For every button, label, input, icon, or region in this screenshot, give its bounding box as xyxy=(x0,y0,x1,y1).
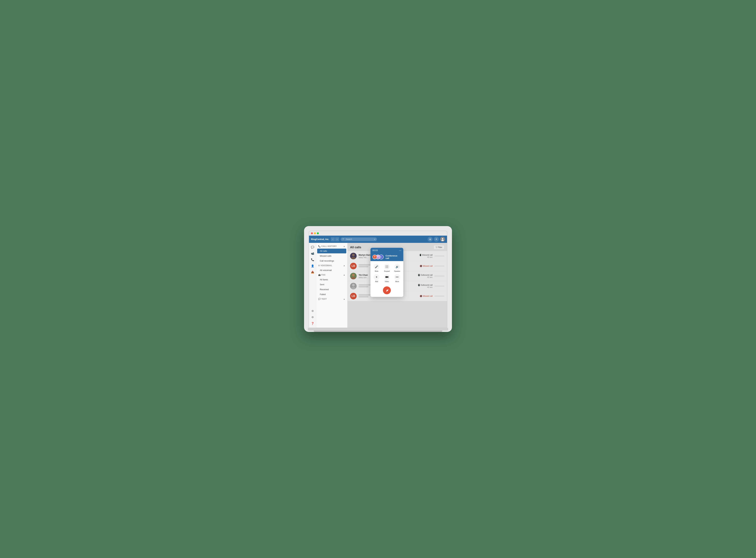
top-bar: RingCentral, Inc. ‹ › 🔍 ✕ ⊞ + xyxy=(309,236,447,243)
sidebar-item-settings[interactable]: ⚙ xyxy=(310,314,315,320)
svg-marker-22 xyxy=(387,276,388,278)
end-call-button[interactable] xyxy=(383,286,391,294)
more-label: More xyxy=(395,281,399,282)
close-button[interactable] xyxy=(311,232,313,234)
add-button[interactable]: + xyxy=(434,237,439,242)
svg-rect-21 xyxy=(385,276,387,278)
svg-point-12 xyxy=(385,265,386,266)
svg-point-8 xyxy=(374,255,376,257)
sidebar-item-missed-calls[interactable]: Missed calls xyxy=(317,254,346,258)
text-icon: 💬 xyxy=(318,298,321,300)
nav-buttons: ‹ › xyxy=(331,237,339,241)
end-call-icon xyxy=(385,288,389,293)
conference-controls: 🎤 Mute xyxy=(371,261,403,285)
keypad-button[interactable]: Keypad xyxy=(383,264,391,272)
apps-button[interactable]: ⊞ xyxy=(428,237,433,242)
end-call-section xyxy=(371,285,403,297)
sidebar-item-video[interactable]: 📹 xyxy=(310,251,315,256)
voicemail-label: VOICEMAIL xyxy=(321,264,332,267)
conference-title: Conference call xyxy=(385,255,401,259)
conference-call-info: KK Conference call xyxy=(371,253,403,261)
call-history-label: CALL HISTORY xyxy=(322,245,337,248)
svg-point-1 xyxy=(442,240,444,241)
search-input[interactable] xyxy=(346,238,373,240)
svg-point-17 xyxy=(387,267,388,267)
svg-point-10 xyxy=(377,255,379,257)
icon-bar: 💬 📹 📞 👤 📥 ⚙ ⚙ ❓ xyxy=(309,243,316,328)
user-avatar[interactable] xyxy=(440,237,445,242)
video-button[interactable]: Video xyxy=(383,274,391,282)
video-icon xyxy=(384,274,390,280)
app-title: RingCentral, Inc. xyxy=(311,238,329,240)
avatar xyxy=(372,255,377,259)
speaker-button[interactable]: 🔊 Speaker xyxy=(393,264,401,272)
phone-icon: 📞 xyxy=(318,245,321,248)
add-icon: + xyxy=(374,274,379,280)
speaker-label: Speaker xyxy=(394,270,400,272)
fax-chevron: ▲ xyxy=(343,274,345,276)
main-content: 💬 📹 📞 👤 📥 ⚙ ⚙ ❓ 📞 CALL HISTORY xyxy=(309,243,447,328)
sidebar-item-failed[interactable]: Failed xyxy=(317,292,346,297)
fax-label: FAX xyxy=(322,274,326,276)
mute-label: Mute xyxy=(375,270,378,272)
top-bar-actions: ⊞ + xyxy=(428,237,445,242)
svg-point-16 xyxy=(386,267,387,267)
mute-button[interactable]: 🎤 Mute xyxy=(372,264,381,272)
sidebar-item-received[interactable]: Received xyxy=(317,287,346,292)
search-icon: 🔍 xyxy=(342,238,345,240)
sidebar-item-all-faxes[interactable]: All faxes xyxy=(317,277,346,282)
mute-icon: 🎤 xyxy=(374,264,379,270)
text-section[interactable]: 💬 TEXT ▲ xyxy=(316,297,347,301)
sidebar-item-chat[interactable]: 💬 xyxy=(310,245,315,250)
sidebar: 📞 CALL HISTORY ▲ All calls Missed calls … xyxy=(316,243,348,328)
conference-popup: 00:03 — xyxy=(371,248,403,297)
svg-point-18 xyxy=(385,268,386,268)
conference-timer: 00:03 xyxy=(372,249,378,252)
fullscreen-button[interactable] xyxy=(317,232,319,234)
svg-point-9 xyxy=(373,257,376,259)
conference-avatars: KK xyxy=(372,255,382,259)
call-history-section[interactable]: 📞 CALL HISTORY ▲ xyxy=(316,244,347,249)
conference-header: 00:03 — xyxy=(371,248,403,253)
call-history-chevron: ▲ xyxy=(343,245,345,248)
voicemail-icon: ⊙ xyxy=(318,264,320,267)
sidebar-item-phone[interactable]: 📞 xyxy=(310,257,315,262)
svg-point-20 xyxy=(387,268,388,268)
more-button[interactable]: ••• More xyxy=(393,274,401,282)
keypad-icon xyxy=(384,264,390,270)
sidebar-item-inbox[interactable]: 📥 xyxy=(310,270,315,275)
title-bar xyxy=(309,231,447,236)
back-button[interactable]: ‹ xyxy=(331,237,335,241)
svg-point-14 xyxy=(387,265,388,266)
search-bar[interactable]: 🔍 ✕ xyxy=(341,237,377,241)
sidebar-item-help[interactable]: ❓ xyxy=(310,321,315,326)
sidebar-item-all-calls[interactable]: All calls xyxy=(317,249,346,253)
keypad-label: Keypad xyxy=(384,270,390,272)
forward-button[interactable]: › xyxy=(335,237,339,241)
video-label: Video xyxy=(385,281,389,282)
sidebar-item-extensions[interactable]: ⚙ xyxy=(310,308,315,313)
sidebar-item-contacts[interactable]: 👤 xyxy=(310,263,315,269)
sidebar-item-sent[interactable]: Sent xyxy=(317,282,346,287)
voicemail-chevron: ▲ xyxy=(343,264,345,267)
sidebar-item-call-recordings[interactable]: Call recordings xyxy=(317,258,346,263)
voicemail-section[interactable]: ⊙ VOICEMAIL ▲ xyxy=(316,263,347,268)
sidebar-item-all-voicemail[interactable]: All voicemail xyxy=(317,268,346,273)
text-chevron: ▲ xyxy=(343,298,345,300)
text-label: TEXT xyxy=(322,298,327,300)
svg-point-15 xyxy=(385,267,386,267)
fax-icon: 📠 xyxy=(318,274,321,276)
add-label: Add xyxy=(375,281,378,282)
fax-section[interactable]: 📠 FAX ▲ xyxy=(316,273,347,277)
more-icon: ••• xyxy=(394,274,400,280)
minimize-button[interactable] xyxy=(314,232,316,234)
speaker-icon: 🔊 xyxy=(394,264,400,270)
add-button[interactable]: + Add xyxy=(372,274,381,282)
svg-point-19 xyxy=(386,268,387,268)
call-list: All calls ▽ Filter Martyn Dan xyxy=(348,243,447,328)
svg-point-13 xyxy=(386,265,387,266)
minimize-icon[interactable]: — xyxy=(399,249,401,252)
search-clear-icon[interactable]: ✕ xyxy=(374,238,375,240)
svg-point-0 xyxy=(442,238,443,239)
svg-point-11 xyxy=(377,257,379,259)
